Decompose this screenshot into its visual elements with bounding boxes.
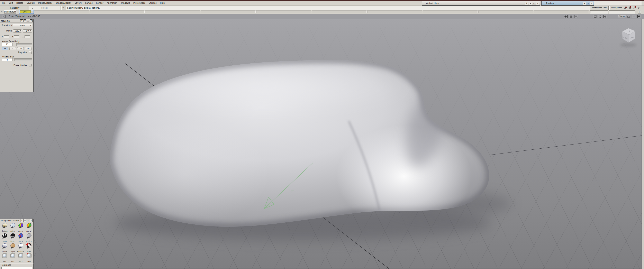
proxy-display-checkbox[interactable] xyxy=(29,64,32,66)
shade-item-mulcol[interactable]: mulcol xyxy=(8,222,17,233)
srfcs-checkbox[interactable] xyxy=(31,11,33,13)
sensitivity-preset-50[interactable]: 50 xyxy=(25,47,32,50)
pan-move-icon[interactable] xyxy=(603,15,607,18)
shade-item-curevl[interactable]: curevl xyxy=(25,222,33,233)
mouse-sensitivity-track[interactable] xyxy=(16,43,32,46)
axis-input-y[interactable] xyxy=(14,35,20,38)
menu-item-render[interactable]: Render xyxy=(96,0,104,5)
menu-item-windowdisplay[interactable]: WindowDisplay xyxy=(56,0,71,5)
pickbox-size-track[interactable] xyxy=(14,58,32,61)
layer-slot-empty[interactable] xyxy=(145,10,200,13)
shade-item-shdnon[interactable]: shdnon xyxy=(0,222,8,233)
camera-icon[interactable] xyxy=(564,15,568,18)
shade-item-filest[interactable]: ↷filest xyxy=(25,253,33,263)
shade-item-surevl[interactable]: surevl xyxy=(17,233,25,243)
step-size-checkbox[interactable] xyxy=(29,51,32,54)
shade-item-sophotes[interactable]: sophotes xyxy=(17,243,25,253)
close-icon[interactable]: ✕ xyxy=(590,2,593,5)
viewport-units[interactable]: mm xyxy=(27,15,31,18)
collapse-triangle-icon[interactable]: ▽ xyxy=(587,2,590,5)
snap-to-cv-icon[interactable] xyxy=(633,6,636,9)
history-list-button[interactable]: ≡ xyxy=(61,6,65,10)
axis-input-z[interactable] xyxy=(24,35,30,38)
layer-tab-srfcs[interactable]: Srfcs xyxy=(20,10,31,13)
menu-item-preferences[interactable]: Preferences xyxy=(133,0,146,5)
menu-item-canvas[interactable]: Canvas xyxy=(85,0,93,5)
menu-item-animation[interactable]: Animation xyxy=(107,0,117,5)
layer-slot-empty[interactable] xyxy=(312,10,367,13)
collapse-triangle-icon[interactable]: ▽ xyxy=(532,2,535,5)
layer-slot-empty[interactable] xyxy=(34,10,89,13)
preference-sets-button[interactable]: Preference Sets xyxy=(590,6,608,10)
layer-tab-defaultlayer[interactable]: DefaultLayer xyxy=(4,10,16,13)
layer-slot-empty[interactable] xyxy=(90,10,145,13)
camera-view-icon[interactable] xyxy=(569,15,573,18)
resize-vertical-icon[interactable]: ↕ xyxy=(20,219,23,222)
toolbar-overflow-arrow[interactable]: ▷ xyxy=(637,6,641,9)
viewport-scrollbar[interactable] xyxy=(642,19,644,269)
menu-list-icon[interactable]: ≡ xyxy=(583,2,586,5)
sensitivity-preset-5[interactable]: 5 xyxy=(10,47,16,50)
mouse-sensitivity-value[interactable]: 23 xyxy=(2,43,13,46)
lasso-circle-icon[interactable] xyxy=(598,15,602,18)
layer-slot-empty[interactable] xyxy=(423,10,478,13)
shade-item-vis3[interactable]: vis3 xyxy=(17,253,25,263)
sensitivity-preset-23[interactable]: 23 xyxy=(2,47,8,50)
shade-item-ltunnel[interactable]: ltunnel xyxy=(0,243,8,253)
layer-slot-empty[interactable] xyxy=(201,10,256,13)
snap-to-curve-icon[interactable] xyxy=(628,6,632,9)
menu-list-icon[interactable]: ≡ xyxy=(24,219,26,222)
shade-item-clayao[interactable]: clayao xyxy=(8,243,17,253)
viewport-close-icon[interactable] xyxy=(2,15,6,18)
menu-item-edit[interactable]: Edit xyxy=(9,0,13,5)
ruler-icon[interactable] xyxy=(626,15,630,18)
resize-vertical-icon[interactable]: ↕ xyxy=(20,19,23,22)
layer-slot-empty[interactable] xyxy=(534,10,589,13)
pickbox-size-value[interactable]: 4 xyxy=(2,58,13,61)
menu-item-layers[interactable]: Layers xyxy=(75,0,82,5)
shade-item-rancol[interactable]: rancol xyxy=(17,222,25,233)
menu-list-icon[interactable]: ≡ xyxy=(24,19,26,22)
close-icon[interactable]: ✕ xyxy=(30,219,32,222)
snap-to-grid-icon[interactable] xyxy=(624,6,628,9)
perspective-viewport[interactable]: TOP FRONT LEFT xyxy=(0,19,642,269)
transform-dropdown[interactable]: Move▼ xyxy=(13,24,32,27)
axis-input-x[interactable] xyxy=(4,35,9,38)
resize-vertical-icon[interactable]: ↕ xyxy=(525,2,528,5)
corner-layout-icon[interactable] xyxy=(638,15,641,18)
shade-item-vis2[interactable]: vis2 xyxy=(8,253,17,263)
category-button[interactable]: Category xyxy=(2,6,28,10)
menu-item-windows[interactable]: Windows xyxy=(121,0,130,5)
twist-tool-icon[interactable] xyxy=(593,15,597,18)
layer-slot-empty[interactable] xyxy=(478,10,533,13)
shade-item-horver[interactable]: horver xyxy=(8,233,17,243)
mode-xyz-dropdown[interactable]: XYZ▼ xyxy=(13,29,22,32)
view-cube[interactable]: TOP FRONT LEFT xyxy=(620,28,636,47)
shade-item-vred[interactable]: vred xyxy=(25,243,33,253)
close-icon[interactable]: ✕ xyxy=(536,2,539,5)
menu-item-help[interactable]: Help xyxy=(160,0,165,5)
layer-slot-empty[interactable] xyxy=(256,10,311,13)
viewport-camera-label[interactable]: Persp [Camera] xyxy=(8,15,24,18)
mode-cv-dropdown[interactable]: CV▼ xyxy=(23,29,32,32)
close-icon[interactable]: ✕ xyxy=(30,19,32,22)
object-picker[interactable]: object xyxy=(29,6,60,10)
tolerance-field[interactable] xyxy=(2,267,32,269)
menu-list-icon[interactable]: ≡ xyxy=(529,2,532,5)
grid-spacing-value[interactable]: 100 xyxy=(36,15,40,18)
menu-item-layouts[interactable]: Layouts xyxy=(26,0,34,5)
defaultlayer-checkbox[interactable] xyxy=(16,11,19,13)
zoom-magnifier-icon[interactable] xyxy=(574,15,578,18)
shade-item-vis1[interactable]: vis1 xyxy=(0,253,8,263)
detail-level-button[interactable]: 3 xyxy=(632,15,636,18)
shade-item-isoang[interactable]: isoang xyxy=(0,233,8,243)
menu-item-utilities[interactable]: Utilities xyxy=(149,0,157,5)
shade-item-usetex[interactable]: usetex xyxy=(25,233,33,243)
collapse-triangle-icon[interactable]: △ xyxy=(27,20,29,22)
mouse-sensitivity-handle[interactable] xyxy=(13,43,16,46)
menu-item-delete[interactable]: Delete xyxy=(16,0,23,5)
workspaces-button[interactable]: Workspaces xyxy=(610,6,623,10)
show-button[interactable]: Show xyxy=(618,15,626,18)
sensitivity-preset-10[interactable]: 10 xyxy=(17,47,24,50)
layer-scroll-left-arrow[interactable]: ◁ xyxy=(0,10,3,13)
